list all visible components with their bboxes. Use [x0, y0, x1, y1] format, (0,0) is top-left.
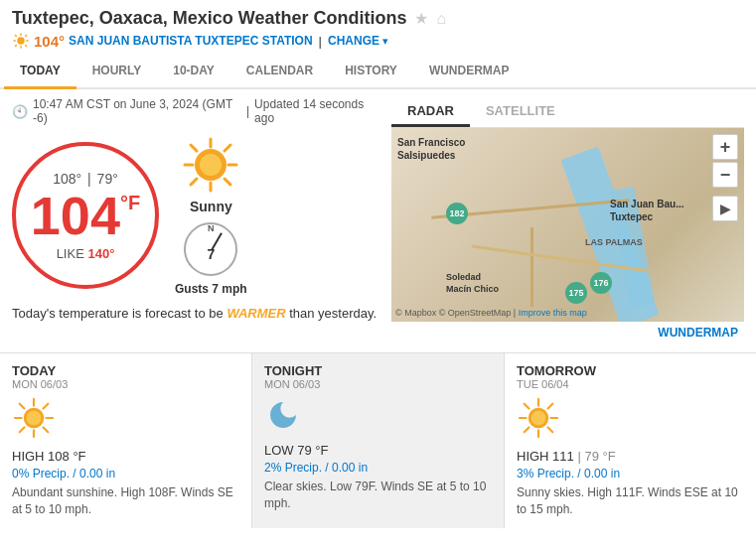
feels-like-value: 140° [87, 246, 114, 261]
tab-10day[interactable]: 10-DAY [157, 55, 230, 89]
compass: N 7 [184, 222, 237, 276]
card-period-tonight: TONIGHT [264, 363, 492, 378]
mapbox-credit: © Mapbox © OpenStreetMap | [395, 308, 519, 318]
compass-n-label: N [208, 223, 215, 233]
condition-label: Sunny [190, 199, 232, 214]
svg-line-17 [225, 145, 230, 151]
improve-map-link[interactable]: Improve this map [519, 308, 587, 318]
card-date-tonight: MON 06/03 [264, 378, 492, 390]
card-precip-tomorrow[interactable]: 3% Precip. / 0.00 in [517, 467, 744, 480]
card-icon-tomorrow [517, 396, 744, 443]
wundermap-link-row: WUNDERMAP [391, 322, 744, 343]
svg-line-8 [15, 45, 17, 47]
card-date-today: MON 06/03 [12, 378, 239, 390]
forecast-before: Today's temperature is forecast to be [12, 306, 227, 321]
home-icon[interactable]: ⌂ [436, 10, 446, 28]
clock-icon: 🕙 [12, 104, 28, 119]
route-175-badge: 175 [565, 282, 587, 304]
feels-like: LIKE 140° [57, 246, 115, 261]
temp-high: 108° [53, 171, 81, 187]
svg-line-27 [44, 404, 49, 409]
station-row: 104° SAN JUAN BAUTISTA TUXTEPEC STATION … [12, 29, 744, 53]
card-temp-tomorrow: HIGH 111 | 79 °F [517, 449, 744, 464]
svg-point-10 [200, 154, 222, 176]
route-176-badge: 176 [590, 272, 612, 294]
conditions-wind: Sunny N 7 Gusts 7 mph [175, 135, 247, 296]
svg-line-28 [20, 428, 25, 433]
temp-unit: °F [120, 193, 140, 212]
svg-line-5 [15, 35, 17, 37]
card-period-tomorrow: TOMORROW [517, 363, 744, 378]
timestamp-row: 🕙 10:47 AM CST on June 3, 2024 (GMT -6) … [12, 97, 381, 125]
gust-label: Gusts 7 mph [175, 282, 247, 296]
temp-separator: | [87, 171, 91, 187]
card-date-tomorrow: TUE 06/04 [517, 378, 744, 390]
card-temp-today: HIGH 108 °F [12, 449, 239, 464]
change-link[interactable]: CHANGE [328, 34, 379, 48]
zoom-in-button[interactable]: + [712, 134, 738, 160]
warmer-text: WARMER [227, 306, 285, 321]
tab-hourly[interactable]: HOURLY [76, 55, 158, 89]
las-palmas-label: LAS PALMAS [585, 237, 643, 247]
forecast-card-today: TODAY MON 06/03 HIGH 108 °F 0% Precip. / [0, 353, 252, 528]
header: Tuxtepec, Oaxaca, Mexico Weather Conditi… [0, 0, 756, 53]
svg-line-37 [548, 404, 553, 409]
right-panel: RADAR SATELLITE 182 176 175 San Francisc… [391, 97, 744, 343]
svg-line-36 [548, 428, 553, 433]
svg-line-7 [25, 35, 27, 37]
tab-today[interactable]: TODAY [4, 55, 76, 89]
timestamp-text: 10:47 AM CST on June 3, 2024 (GMT -6) [33, 97, 241, 125]
svg-line-35 [525, 404, 529, 409]
svg-point-30 [531, 411, 546, 426]
tab-wundermap[interactable]: WUNDERMAP [413, 55, 526, 89]
sun-card-icon [12, 396, 56, 440]
zoom-out-button[interactable]: − [712, 162, 738, 188]
svg-line-6 [25, 45, 27, 47]
moon-card-icon [264, 396, 302, 434]
separator: | [246, 104, 249, 118]
forecast-card-tomorrow: TOMORROW TUE 06/04 HIGH 111 | 79 °F 3% P [505, 353, 756, 528]
sun-tomorrow-icon [517, 396, 560, 440]
forecast-text: Today's temperature is forecast to be WA… [12, 306, 381, 321]
play-button[interactable]: ▶ [712, 196, 738, 221]
tab-history[interactable]: HISTORY [329, 55, 413, 89]
dropdown-arrow-icon[interactable]: ▾ [382, 35, 388, 48]
map-controls: + − ▶ [712, 134, 738, 221]
wundermap-link[interactable]: WUNDERMAP [658, 326, 738, 340]
forecast-cards: TODAY MON 06/03 HIGH 108 °F 0% Precip. / [0, 352, 756, 528]
svg-line-38 [525, 428, 529, 433]
compass-arrow-icon [211, 232, 223, 250]
card-desc-tomorrow: Sunny skies. High 111F. Winds ESE at 10 … [517, 484, 744, 518]
card-period-today: TODAY [12, 363, 239, 378]
sun-large-icon [181, 135, 240, 195]
left-panel: 🕙 10:47 AM CST on June 3, 2024 (GMT -6) … [12, 97, 381, 343]
radar-tab-radar[interactable]: RADAR [391, 97, 470, 127]
divider: | [319, 34, 322, 49]
svg-line-26 [44, 428, 49, 433]
temp-circle: 108° | 79° 104 °F LIKE 140° [12, 142, 159, 289]
svg-line-25 [20, 404, 25, 409]
card-precip-today[interactable]: 0% Precip. / 0.00 in [12, 467, 239, 480]
card-icon-today [12, 396, 239, 443]
forecast-after: than yesterday. [286, 306, 378, 321]
sun-small-icon [12, 32, 30, 50]
tab-calendar[interactable]: CALENDAR [230, 55, 329, 89]
nav-tabs: TODAY HOURLY 10-DAY CALENDAR HISTORY WUN… [0, 55, 756, 89]
radar-tab-satellite[interactable]: SATELLITE [470, 97, 571, 127]
temp-main-row: 104 °F [31, 189, 140, 242]
svg-line-15 [191, 145, 197, 151]
station-link[interactable]: SAN JUAN BAUTISTA TUXTEPEC STATION [69, 34, 313, 48]
page-title: Tuxtepec, Oaxaca, Mexico Weather Conditi… [12, 8, 406, 29]
weather-display: 108° | 79° 104 °F LIKE 140° [12, 135, 381, 296]
current-temp-badge: 104° [34, 33, 65, 50]
svg-point-20 [27, 411, 42, 426]
soledad-label: SoledadMacín Chico [446, 272, 499, 295]
card-precip-tonight[interactable]: 2% Precip. / 0.00 in [264, 461, 492, 475]
temp-range: 108° | 79° [53, 171, 118, 187]
map-attribution: © Mapbox © OpenStreetMap | Improve this … [395, 308, 587, 318]
card-icon-tonight [264, 396, 492, 437]
star-icon[interactable]: ★ [414, 9, 428, 28]
card-desc-today: Abundant sunshine. High 108F. Winds SE a… [12, 484, 239, 518]
forecast-card-tonight: TONIGHT MON 06/03 LOW 79 °F 2% Precip. /… [252, 353, 505, 528]
temp-value: 104 [31, 189, 120, 242]
